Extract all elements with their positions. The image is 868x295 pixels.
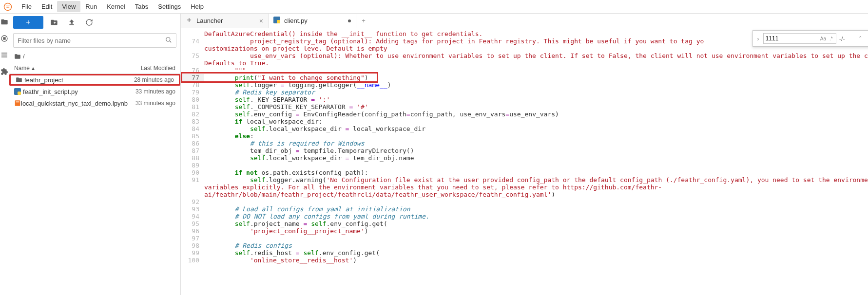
code-content: # Load all configs from yaml at initiali… [204, 205, 868, 213]
code-line[interactable]: 87 tem_dir_obj = tempfile.TemporaryDirec… [181, 147, 868, 154]
file-name: feathr_project [24, 76, 111, 84]
regex-icon[interactable]: .* [828, 36, 834, 42]
code-content [204, 198, 868, 205]
code-line[interactable]: variables explicitly. For all the enviro… [181, 184, 868, 191]
refresh-icon[interactable] [82, 16, 96, 29]
line-number: 81 [181, 103, 204, 111]
tab-launcher[interactable]: Launcher× [181, 14, 269, 28]
code-content: self.local_workspace_dir = local_workspa… [204, 125, 868, 132]
code-content: self.redis_host = self.env_config.get( [204, 249, 868, 257]
code-content: ai/feathr/blob/main/feathr_project/feath… [204, 191, 868, 198]
line-number: 90 [181, 169, 204, 176]
breadcrumb-path: / [23, 53, 25, 60]
code-line[interactable]: 85 else: [181, 132, 868, 140]
code-line[interactable]: 94 # DO NOT load any configs from yaml d… [181, 213, 868, 220]
line-number: 77 [181, 74, 204, 81]
line-number: 79 [181, 89, 204, 96]
line-number: 85 [181, 132, 204, 140]
code-line[interactable]: 88 self.local_workspace_dir = tem_dir_ob… [181, 154, 868, 162]
file-list-header: Name ▴ Last Modified [9, 63, 180, 74]
new-folder-icon[interactable] [47, 16, 61, 29]
running-icon[interactable] [0, 34, 9, 43]
file-row[interactable]: feathr_project28 minutes ago [9, 74, 180, 86]
code-content: if local_workspace_dir: [204, 118, 868, 125]
menu-settings[interactable]: Settings [153, 1, 186, 12]
menu-edit[interactable]: Edit [37, 1, 57, 12]
tab-client-py[interactable]: client.py [269, 14, 356, 28]
match-case-icon[interactable]: Aa [819, 36, 828, 42]
code-line[interactable]: 81 self._COMPOSITE_KEY_SEPARATOR = '#' [181, 103, 868, 111]
code-line[interactable]: 96 'project_config__project_name') [181, 227, 868, 235]
code-line[interactable]: 82 self.env_config = EnvConfigReader(con… [181, 111, 868, 118]
line-number: 100 [181, 257, 204, 264]
svg-rect-5 [18, 92, 21, 95]
code-line[interactable]: 90 if not os.path.exists(config_path): [181, 169, 868, 176]
code-line[interactable]: 97 [181, 235, 868, 242]
find-bar: › Aa .* -/- ˄ ˅ ✕ [752, 30, 868, 47]
code-line[interactable]: 98 # Redis configs [181, 242, 868, 249]
file-row[interactable]: feathr_init_script.py33 minutes ago [9, 86, 180, 97]
code-line[interactable]: 86 # this is required for Windows [181, 140, 868, 147]
filter-box[interactable] [13, 33, 176, 48]
filter-input[interactable] [18, 37, 165, 44]
code-line[interactable]: 76 """ [181, 67, 868, 74]
line-number: 93 [181, 205, 204, 213]
code-content: self.logger = logging.getLogger(__name__… [204, 81, 868, 89]
code-line[interactable]: 99 self.redis_host = self.env_config.get… [181, 249, 868, 257]
folder-icon[interactable] [0, 18, 9, 26]
breadcrumb[interactable]: / [9, 50, 180, 63]
upload-icon[interactable] [65, 16, 78, 29]
menu-file[interactable]: File [17, 1, 37, 12]
menu-kernel[interactable]: Kernel [102, 1, 130, 12]
code-content: print("I want to change something") [204, 74, 868, 81]
tab-bar: Launcher×client.py+ [181, 14, 868, 28]
close-tab-icon[interactable]: × [259, 17, 263, 25]
code-line[interactable]: 95 self.project_name = self.env_config.g… [181, 220, 868, 227]
code-line[interactable]: 83 if local_workspace_dir: [181, 118, 868, 125]
find-prev-icon[interactable]: ˄ [857, 35, 864, 42]
file-modified: 33 minutes ago [128, 100, 175, 107]
code-line[interactable]: 78 self.logger = logging.getLogger(__nam… [181, 81, 868, 89]
code-content: tem_dir_obj = tempfile.TemporaryDirector… [204, 147, 868, 154]
file-modified: 28 minutes ago [111, 76, 174, 83]
line-number: 82 [181, 111, 204, 118]
line-number [181, 59, 204, 67]
line-number: 99 [181, 249, 204, 257]
expand-find-icon[interactable]: › [756, 35, 760, 42]
line-number: 76 [181, 67, 204, 74]
new-tab-button[interactable]: + [356, 14, 371, 28]
code-content: # Redis key separator [204, 89, 868, 96]
menu-tabs[interactable]: Tabs [130, 1, 153, 12]
menu-help[interactable]: Help [186, 1, 209, 12]
menu-run[interactable]: Run [80, 1, 102, 12]
line-number: 88 [181, 154, 204, 162]
column-name[interactable]: Name ▴ [14, 65, 112, 72]
code-line[interactable]: 80 self._KEY_SEPARATOR = ':' [181, 96, 868, 103]
tab-label: Launcher [196, 17, 223, 24]
code-content: 'online_store__redis__host') [204, 257, 868, 264]
toc-icon[interactable] [0, 51, 9, 59]
code-line[interactable]: 92 [181, 198, 868, 205]
code-content: """ [204, 67, 868, 74]
code-line[interactable]: 79 # Redis key separator [181, 89, 868, 96]
code-line[interactable]: 100 'online_store__redis__host') [181, 257, 868, 264]
code-line[interactable]: 89 [181, 162, 868, 169]
code-content: Defaults to True. [204, 59, 868, 67]
code-line[interactable]: 84 self.local_workspace_dir = local_work… [181, 125, 868, 132]
extensions-icon[interactable] [0, 67, 9, 76]
code-line[interactable]: 91 self.logger.warning('No Configuration… [181, 176, 868, 184]
file-row[interactable]: local_quickstart_nyc_taxi_demo.ipynb33 m… [9, 97, 180, 109]
svg-point-3 [166, 37, 170, 41]
line-number: 94 [181, 213, 204, 220]
line-number: 80 [181, 96, 204, 103]
menu-view[interactable]: View [57, 1, 80, 12]
line-number: 83 [181, 118, 204, 125]
code-line[interactable]: Defaults to True. [181, 59, 868, 67]
code-line[interactable]: 77 print("I want to change something") [181, 74, 868, 81]
new-launcher-button[interactable]: + [13, 16, 43, 29]
code-line[interactable]: ai/feathr/blob/main/feathr_project/feath… [181, 191, 868, 198]
column-modified[interactable]: Last Modified [112, 65, 175, 72]
code-line[interactable]: 93 # Load all configs from yaml at initi… [181, 205, 868, 213]
code-line[interactable]: 75 use_env_vars (optional): Whether to u… [181, 52, 868, 59]
code-editor[interactable]: DefaultAzureCredential() inside the __in… [181, 28, 868, 295]
